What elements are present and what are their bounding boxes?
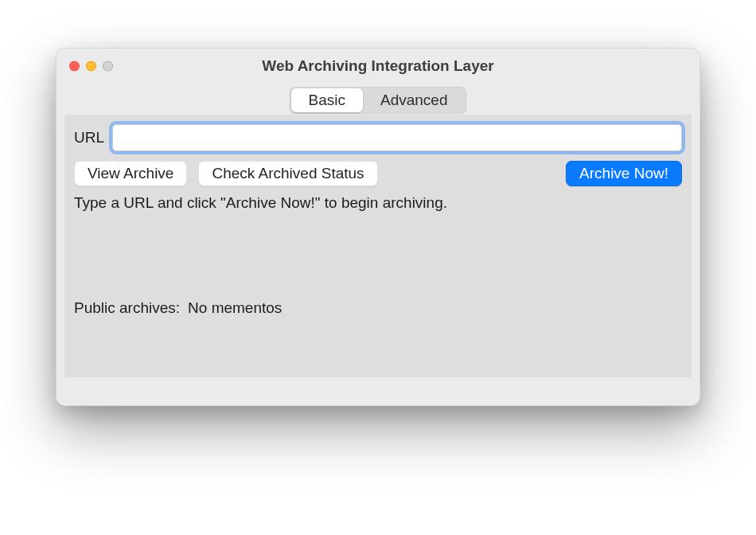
segmented-control: Basic Advanced [290,87,467,114]
public-archives-value: No mementos [188,299,282,317]
public-archives-row: Public archives: No mementos [74,299,682,317]
zoom-icon[interactable] [103,61,113,72]
url-row: URL [74,124,682,151]
url-label: URL [74,129,104,146]
traffic-lights [57,61,113,72]
url-input[interactable] [112,124,682,151]
content-area: Basic Advanced URL View Archive Check Ar… [57,84,699,385]
window-title: Web Archiving Integration Layer [57,57,699,75]
check-status-button[interactable]: Check Archived Status [198,161,377,186]
archive-now-button[interactable]: Archive Now! [566,161,682,186]
app-window: Web Archiving Integration Layer Basic Ad… [56,48,700,406]
hint-text: Type a URL and click "Archive Now!" to b… [74,194,682,212]
titlebar: Web Archiving Integration Layer [57,49,699,84]
close-icon[interactable] [69,61,80,72]
basic-panel: URL View Archive Check Archived Status A… [64,115,692,377]
tab-basic[interactable]: Basic [291,88,363,112]
view-archive-button[interactable]: View Archive [74,161,187,186]
minimize-icon[interactable] [86,61,96,72]
tab-advanced[interactable]: Advanced [363,88,466,112]
tab-row: Basic Advanced [64,84,692,115]
public-archives-label: Public archives: [74,299,180,317]
button-row: View Archive Check Archived Status Archi… [74,161,682,186]
